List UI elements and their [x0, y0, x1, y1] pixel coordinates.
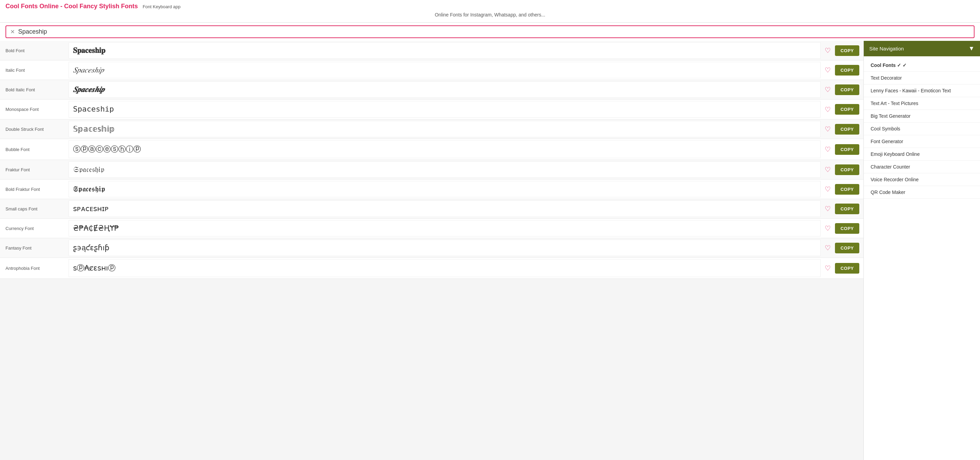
sidebar-item[interactable]: Text Decorator [864, 72, 980, 85]
heart-button[interactable]: ♡ [823, 203, 832, 214]
copy-button[interactable]: COPY [835, 165, 859, 175]
font-actions: ♡ COPY [823, 45, 864, 56]
heart-button[interactable]: ♡ [823, 242, 832, 253]
font-label: Double Struck Font [0, 123, 68, 135]
copy-button[interactable]: COPY [835, 243, 859, 253]
font-label: Small caps Font [0, 203, 68, 215]
font-actions: ♡ COPY [823, 124, 864, 134]
search-bar-wrapper: ✕ [0, 22, 980, 41]
copy-button[interactable]: COPY [835, 223, 859, 234]
font-label: Italic Font [0, 64, 68, 76]
sidebar-nav-header[interactable]: Site Navigation ▼ [864, 41, 980, 56]
copy-button[interactable]: COPY [835, 65, 859, 75]
clear-icon[interactable]: ✕ [10, 29, 15, 35]
table-row: Fantasy Font ʂ϶ąƈɛʂɦıƥ ♡ COPY [0, 238, 864, 258]
heart-button[interactable]: ♡ [823, 104, 832, 115]
copy-button[interactable]: COPY [835, 204, 859, 214]
sidebar: Site Navigation ▼ Cool Fonts ✓Text Decor… [864, 41, 980, 460]
sidebar-nav-title: Site Navigation [869, 46, 904, 51]
font-value: ₴₱₳₵Ɇ₴ⱧɎ₱ [68, 220, 821, 236]
font-value: 𝚂𝚙𝚊𝚌𝚎𝚜𝚑𝚒𝚙 [68, 101, 821, 118]
table-row: Small caps Font ꜱᴘᴀᴄᴇꜱʜɪᴘ ♡ COPY [0, 199, 864, 219]
page-wrapper: Cool Fonts Online - Cool Fancy Stylish F… [0, 0, 980, 460]
font-actions: ♡ COPY [823, 104, 864, 115]
search-input[interactable] [18, 28, 970, 35]
font-value: 𝐒𝐩𝐚𝐜𝐞𝐬𝐡𝐢𝐩 [68, 42, 821, 59]
font-actions: ♡ COPY [823, 164, 864, 175]
header: Cool Fonts Online - Cool Fancy Stylish F… [0, 0, 980, 22]
font-actions: ♡ COPY [823, 144, 864, 155]
font-label: Fraktur Font [0, 164, 68, 176]
copy-button[interactable]: COPY [835, 104, 859, 115]
table-row: Bold Fraktur Font 𝕾𝖕𝖆𝖈𝖊𝖘𝖍𝖎𝖕 ♡ COPY [0, 179, 864, 199]
table-row: Bubble Font ⓢⓟⓐⓒⓔⓢⓗⓘⓟ ♡ COPY [0, 139, 864, 160]
font-actions: ♡ COPY [823, 242, 864, 253]
font-value: ꜱⓟ₳ȼɛꜱʜıⓟ [68, 259, 821, 277]
copy-button[interactable]: COPY [835, 184, 859, 195]
font-label: Currency Font [0, 222, 68, 235]
font-value: 𝕾𝖕𝖆𝖈𝖊𝖘𝖍𝖎𝖕 [68, 181, 821, 197]
table-row: Antrophobia Font ꜱⓟ₳ȼɛꜱʜıⓟ ♡ COPY [0, 258, 864, 279]
copy-button[interactable]: COPY [835, 45, 859, 56]
font-actions: ♡ COPY [823, 203, 864, 214]
table-row: Double Struck Font 𝕊𝕡𝕒𝕔𝕖𝕤𝕙𝕚𝕡 ♡ COPY [0, 120, 864, 139]
heart-button[interactable]: ♡ [823, 144, 832, 155]
table-row: Currency Font ₴₱₳₵Ɇ₴ⱧɎ₱ ♡ COPY [0, 219, 864, 238]
site-subtitle: Font Keyboard app [143, 4, 181, 9]
font-label: Bold Italic Font [0, 84, 68, 96]
sidebar-item[interactable]: QR Code Maker [864, 186, 980, 199]
font-actions: ♡ COPY [823, 223, 864, 234]
font-label: Bold Font [0, 45, 68, 57]
font-label: Bold Fraktur Font [0, 183, 68, 195]
font-label: Fantasy Font [0, 242, 68, 254]
heart-button[interactable]: ♡ [823, 64, 832, 75]
site-title: Cool Fonts Online - Cool Fancy Stylish F… [5, 3, 138, 10]
copy-button[interactable]: COPY [835, 124, 859, 134]
table-row: Monospace Font 𝚂𝚙𝚊𝚌𝚎𝚜𝚑𝚒𝚙 ♡ COPY [0, 99, 864, 120]
font-value: 𝔖𝔭𝔞𝔠𝔢𝔰𝔥𝔦𝔭 [68, 161, 821, 178]
font-actions: ♡ COPY [823, 263, 864, 273]
table-row: Italic Font 𝑆𝑝𝑎𝑐𝑒𝑠ℎ𝑖𝑝 ♡ COPY [0, 61, 864, 80]
main-layout: Bold Font 𝐒𝐩𝐚𝐜𝐞𝐬𝐡𝐢𝐩 ♡ COPY Italic Font 𝑆… [0, 41, 980, 460]
sidebar-item[interactable]: Big Text Generator [864, 110, 980, 123]
heart-button[interactable]: ♡ [823, 263, 832, 273]
heart-button[interactable]: ♡ [823, 84, 832, 95]
font-value: 𝑆𝑝𝑎𝑐𝑒𝑠ℎ𝑖𝑝 [68, 62, 821, 78]
font-value: 𝑺𝒑𝒂𝒄𝒆𝒔𝒉𝒊𝒑 [68, 81, 821, 98]
sidebar-item[interactable]: Cool Symbols [864, 123, 980, 135]
font-label: Monospace Font [0, 103, 68, 115]
search-bar: ✕ [5, 26, 975, 38]
sidebar-item[interactable]: Text Art - Text Pictures [864, 97, 980, 110]
heart-button[interactable]: ♡ [823, 223, 832, 234]
sidebar-item[interactable]: Voice Recorder Online [864, 173, 980, 186]
copy-button[interactable]: COPY [835, 85, 859, 95]
font-label: Antrophobia Font [0, 262, 68, 274]
sidebar-item[interactable]: Character Counter [864, 161, 980, 173]
sidebar-item[interactable]: Emoji Keyboard Online [864, 148, 980, 161]
heart-button[interactable]: ♡ [823, 124, 832, 134]
content-area: Bold Font 𝐒𝐩𝐚𝐜𝐞𝐬𝐡𝐢𝐩 ♡ COPY Italic Font 𝑆… [0, 41, 864, 460]
chevron-down-icon: ▼ [968, 45, 975, 52]
sidebar-nav-items: Cool Fonts ✓Text DecoratorLenny Faces - … [864, 56, 980, 201]
table-row: Fraktur Font 𝔖𝔭𝔞𝔠𝔢𝔰𝔥𝔦𝔭 ♡ COPY [0, 160, 864, 179]
font-actions: ♡ COPY [823, 184, 864, 195]
font-value: 𝕊𝕡𝕒𝕔𝕖𝕤𝕙𝕚𝕡 [68, 121, 821, 137]
heart-button[interactable]: ♡ [823, 164, 832, 175]
heart-button[interactable]: ♡ [823, 45, 832, 56]
font-value: ꜱᴘᴀᴄᴇꜱʜɪᴘ [68, 200, 821, 217]
font-actions: ♡ COPY [823, 64, 864, 75]
heart-button[interactable]: ♡ [823, 184, 832, 195]
table-row: Bold Italic Font 𝑺𝒑𝒂𝒄𝒆𝒔𝒉𝒊𝒑 ♡ COPY [0, 80, 864, 99]
sidebar-item[interactable]: Cool Fonts ✓ [864, 59, 980, 72]
table-row: Bold Font 𝐒𝐩𝐚𝐜𝐞𝐬𝐡𝐢𝐩 ♡ COPY [0, 41, 864, 61]
copy-button[interactable]: COPY [835, 144, 859, 155]
copy-button[interactable]: COPY [835, 263, 859, 273]
font-value: ʂ϶ąƈɛʂɦıƥ [68, 240, 821, 256]
header-tagline: Online Fonts for Instagram, Whatsapp, an… [5, 12, 975, 18]
font-actions: ♡ COPY [823, 84, 864, 95]
sidebar-item[interactable]: Lenny Faces - Kawaii - Emoticon Text [864, 85, 980, 97]
font-value: ⓢⓟⓐⓒⓔⓢⓗⓘⓟ [68, 141, 821, 158]
font-label: Bubble Font [0, 144, 68, 155]
sidebar-item[interactable]: Font Generator [864, 135, 980, 148]
